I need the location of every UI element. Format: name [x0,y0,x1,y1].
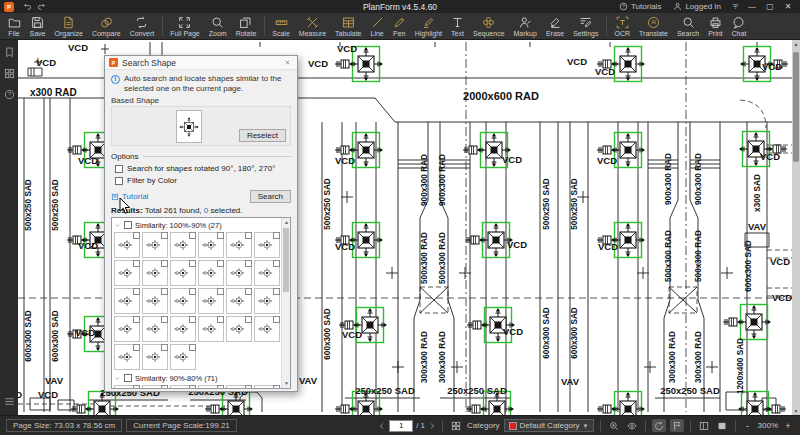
scroll-up-icon[interactable]: ▲ [792,40,800,48]
page-number-input[interactable] [389,420,413,432]
item-checkbox[interactable] [189,288,196,295]
result-shape-item[interactable] [170,260,196,286]
zoom-in-button[interactable]: + [782,421,794,431]
result-shape-item[interactable] [142,385,168,388]
item-checkbox[interactable] [189,385,196,388]
toolbar-button-translate[interactable]: AITranslate [635,13,673,39]
next-page-icon[interactable] [428,422,436,430]
result-shape-item[interactable] [142,344,168,370]
item-checkbox[interactable] [133,344,140,351]
result-shape-item[interactable] [254,316,280,342]
result-shape-item[interactable] [114,232,140,258]
dialog-close-icon[interactable] [281,57,293,69]
prev-page-icon[interactable] [378,422,386,430]
toolbar-button-measure[interactable]: Measure [294,13,330,39]
fit-page-layout-icon[interactable] [715,419,729,432]
item-checkbox[interactable] [189,232,196,239]
result-shape-item[interactable] [198,260,224,286]
visibility-icon[interactable] [625,419,639,432]
toolbar-button-highlight[interactable]: Highlight [410,13,446,39]
result-shape-item[interactable] [114,344,140,370]
group-checkbox[interactable] [124,374,132,382]
result-shape-item[interactable] [226,288,252,314]
result-group-header[interactable]: Similarity: 90%-80% (71) [114,372,281,384]
sidebar-help-icon[interactable]: ? [2,87,16,101]
scrollbar-thumb[interactable] [793,52,799,162]
collapse-ribbon-icon[interactable] [728,1,742,12]
sidebar-list-icon[interactable] [2,394,16,408]
item-checkbox[interactable] [245,385,252,388]
toolbar-button-text[interactable]: Text [447,13,469,39]
result-shape-item[interactable] [226,232,252,258]
result-shape-item[interactable] [142,232,168,258]
toolbar-button-file[interactable]: File [3,13,25,39]
toolbar-button-erase[interactable]: Erase [541,13,568,39]
rotate-option-row[interactable]: Search for shapes rotated 90°, 180°, 270… [115,164,287,173]
canvas-vertical-scrollbar[interactable]: ▲ ▼ [792,40,800,415]
toolbar-button-markup[interactable]: Markup [509,13,541,39]
result-shape-item[interactable] [254,385,280,388]
result-shape-item[interactable] [198,316,224,342]
toolbar-button-sequence[interactable]: Sequence [469,13,510,39]
toolbar-button-ocr[interactable]: OCR [610,13,635,39]
item-checkbox[interactable] [245,260,252,267]
tutorials-button[interactable]: Tutorials [614,2,666,11]
undo-icon[interactable] [20,1,34,12]
filter-color-row[interactable]: Filter by Color [115,176,287,185]
item-checkbox[interactable] [245,288,252,295]
item-checkbox[interactable] [217,316,224,323]
item-checkbox[interactable] [273,260,280,267]
list-scrollbar-thumb[interactable] [283,228,289,292]
result-shape-item[interactable] [114,385,140,388]
result-shape-item[interactable] [170,344,196,370]
item-checkbox[interactable] [217,385,224,388]
result-group-header[interactable]: Similarity: 100%-90% (27) [114,219,281,231]
item-checkbox[interactable] [161,232,168,239]
toolbar-button-scale[interactable]: Scale [268,13,295,39]
item-checkbox[interactable] [133,260,140,267]
tutorial-link[interactable]: Tutorial [111,192,148,201]
result-shape-item[interactable] [170,288,196,314]
search-button[interactable]: Search [250,190,291,203]
results-scrollbar[interactable]: ▲ ▼ [281,218,290,388]
result-shape-item[interactable] [114,316,140,342]
item-checkbox[interactable] [217,288,224,295]
result-shape-item[interactable] [142,316,168,342]
item-checkbox[interactable] [189,260,196,267]
toolbar-button-line[interactable]: Line [366,13,388,39]
scroll-down-icon[interactable]: ▼ [792,407,800,415]
result-shape-item[interactable] [226,385,252,388]
item-checkbox[interactable] [161,344,168,351]
toolbar-button-tabulate[interactable]: Tabulate [331,13,366,39]
close-button[interactable]: ✕ [780,1,796,12]
item-checkbox[interactable] [273,385,280,388]
toolbar-button-pen[interactable]: Pen [388,13,410,39]
group-checkbox[interactable] [124,221,132,229]
toolbar-button-full-page[interactable]: Full Page [166,13,205,39]
list-scroll-up-icon[interactable]: ▲ [282,218,291,227]
refresh-icon[interactable] [652,419,666,432]
toolbar-button-compare[interactable]: Compare [87,13,125,39]
item-checkbox[interactable] [189,344,196,351]
sidebar-grid-icon[interactable] [2,66,16,80]
item-checkbox[interactable] [161,288,168,295]
result-shape-item[interactable] [254,260,280,286]
maximize-button[interactable]: ▢ [762,1,778,12]
sidebar-bookmark-icon[interactable] [2,45,16,59]
minimize-button[interactable]: — [744,1,760,12]
single-page-layout-icon[interactable] [697,419,711,432]
result-shape-item[interactable] [254,288,280,314]
login-button[interactable]: Logged In [668,2,726,11]
rotate-checkbox[interactable] [115,165,123,173]
result-shape-item[interactable] [198,288,224,314]
result-shape-item[interactable] [226,260,252,286]
item-checkbox[interactable] [133,385,140,388]
dialog-title-bar[interactable]: P Search Shape [105,56,297,70]
result-shape-item[interactable] [114,288,140,314]
zoom-select-icon[interactable] [607,419,621,432]
chevron-down-icon[interactable] [114,222,121,229]
category-dropdown[interactable]: Default Category ▼ [504,419,594,432]
toolbar-button-search[interactable]: Search [672,13,703,39]
result-shape-item[interactable] [114,260,140,286]
zoom-out-button[interactable]: - [742,421,754,431]
